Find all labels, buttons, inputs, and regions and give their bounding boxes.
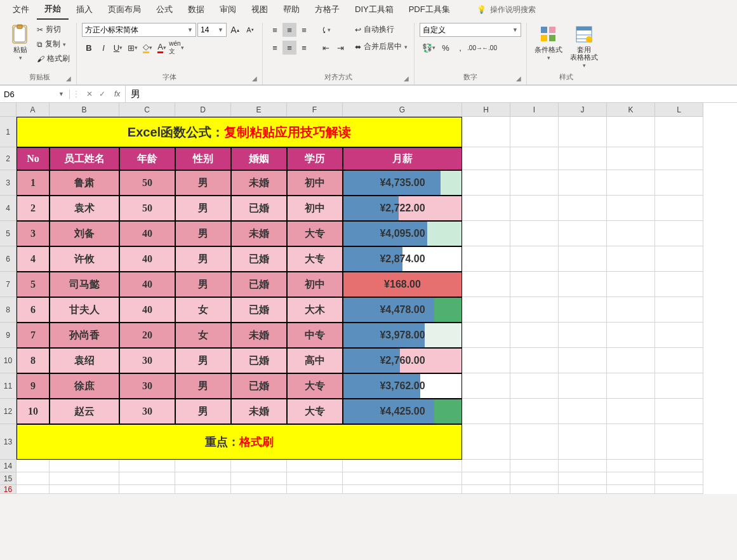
cell[interactable] — [119, 472, 175, 485]
col-header-I[interactable]: I — [510, 103, 559, 117]
table-cell-no[interactable]: 10 — [17, 399, 50, 424]
phonetic-button[interactable]: wén文 — [169, 41, 183, 55]
cell[interactable] — [655, 170, 703, 196]
cell[interactable] — [510, 485, 559, 494]
table-cell-age[interactable]: 40 — [119, 297, 175, 323]
table-cell-sex[interactable]: 男 — [175, 272, 231, 297]
table-cell-name[interactable]: 赵云 — [50, 399, 119, 424]
cell[interactable] — [462, 196, 510, 221]
cell[interactable] — [119, 485, 175, 494]
cell[interactable] — [559, 485, 607, 494]
cell[interactable] — [175, 485, 231, 494]
col-header-F[interactable]: F — [287, 103, 343, 117]
cell[interactable] — [607, 147, 655, 170]
table-header[interactable]: No — [17, 147, 50, 170]
font-launcher[interactable]: ◢ — [252, 75, 257, 82]
chevron-down-icon[interactable]: ▼ — [215, 27, 226, 33]
cell[interactable] — [462, 323, 510, 348]
cell[interactable] — [462, 297, 510, 323]
table-header[interactable]: 员工姓名 — [50, 147, 119, 170]
align-right-button[interactable]: ≡ — [297, 41, 311, 55]
number-launcher[interactable]: ◢ — [516, 75, 521, 82]
tab-home[interactable]: 开始 — [37, 0, 69, 20]
cell[interactable] — [462, 485, 510, 494]
cell[interactable] — [559, 170, 607, 196]
cell[interactable] — [231, 460, 287, 472]
cell[interactable] — [559, 246, 607, 272]
orientation-button[interactable]: ⤹ — [319, 23, 333, 37]
chevron-down-icon[interactable]: ▼ — [510, 27, 521, 33]
tab-help[interactable]: 帮助 — [276, 0, 307, 19]
align-center-button[interactable]: ≡ — [282, 41, 296, 55]
table-cell-edu[interactable]: 大专 — [287, 221, 343, 246]
cell[interactable] — [287, 485, 343, 494]
cell[interactable] — [510, 323, 559, 348]
row-header-14[interactable]: 14 — [0, 460, 17, 472]
cell[interactable] — [287, 460, 343, 472]
footer-cell[interactable]: 重点：格式刷 — [17, 424, 462, 460]
row-header-16[interactable]: 16 — [0, 485, 17, 494]
cell[interactable] — [510, 246, 559, 272]
comma-button[interactable]: , — [453, 41, 467, 55]
cell[interactable] — [510, 297, 559, 323]
table-cell-salary[interactable]: ¥3,762.00 — [343, 373, 462, 399]
alignment-launcher[interactable]: ◢ — [404, 75, 409, 82]
table-cell-age[interactable]: 30 — [119, 399, 175, 424]
cell[interactable] — [462, 472, 510, 485]
cell[interactable] — [175, 472, 231, 485]
cell[interactable] — [510, 472, 559, 485]
cell[interactable] — [607, 460, 655, 472]
font-color-button[interactable]: A — [155, 41, 169, 55]
table-cell-mar[interactable]: 已婚 — [231, 246, 287, 272]
cell[interactable] — [17, 485, 50, 494]
cell[interactable] — [655, 196, 703, 221]
table-cell-name[interactable]: 袁绍 — [50, 348, 119, 373]
cell[interactable] — [119, 460, 175, 472]
decrease-decimal-button[interactable]: ←.00 — [482, 41, 496, 55]
table-cell-name[interactable]: 司马懿 — [50, 272, 119, 297]
table-cell-salary[interactable]: ¥2,722.00 — [343, 196, 462, 221]
tab-data[interactable]: 数据 — [180, 0, 212, 19]
cell[interactable] — [343, 460, 462, 472]
title-cell[interactable]: Excel函数公式：复制粘贴应用技巧解读 — [17, 117, 462, 147]
table-cell-name[interactable]: 许攸 — [50, 246, 119, 272]
cancel-formula-button[interactable]: ✕ — [86, 90, 93, 98]
cell[interactable] — [231, 485, 287, 494]
table-cell-age[interactable]: 30 — [119, 348, 175, 373]
cell[interactable] — [607, 424, 655, 460]
tab-formulas[interactable]: 公式 — [149, 0, 180, 19]
table-cell-age[interactable]: 20 — [119, 323, 175, 348]
table-cell-name[interactable]: 甘夫人 — [50, 297, 119, 323]
cell[interactable] — [607, 221, 655, 246]
cell[interactable] — [559, 147, 607, 170]
tell-me-search[interactable]: 💡 操作说明搜索 — [477, 4, 536, 15]
number-format-combo[interactable]: ▼ — [420, 23, 521, 37]
cell[interactable] — [655, 147, 703, 170]
wrap-text-button[interactable]: ↩自动换行 — [354, 23, 409, 36]
table-cell-no[interactable]: 5 — [17, 272, 50, 297]
table-cell-salary[interactable]: ¥4,095.00 — [343, 221, 462, 246]
name-box[interactable]: ▼ — [0, 90, 70, 99]
chevron-down-icon[interactable]: ▼ — [55, 91, 68, 97]
cell[interactable] — [607, 272, 655, 297]
cell[interactable] — [607, 472, 655, 485]
font-name-input[interactable] — [83, 25, 185, 34]
cell[interactable] — [607, 399, 655, 424]
formula-input[interactable] — [125, 86, 737, 102]
tab-diy[interactable]: DIY工具箱 — [347, 0, 401, 19]
table-cell-sex[interactable]: 男 — [175, 348, 231, 373]
table-cell-mar[interactable]: 已婚 — [231, 196, 287, 221]
table-header[interactable]: 月薪 — [343, 147, 462, 170]
table-header[interactable]: 年龄 — [119, 147, 175, 170]
tab-file[interactable]: 文件 — [5, 0, 37, 19]
tab-page-layout[interactable]: 页面布局 — [100, 0, 149, 19]
table-cell-edu[interactable]: 高中 — [287, 348, 343, 373]
paste-button[interactable]: 粘贴 — [8, 23, 33, 62]
col-header-D[interactable]: D — [175, 103, 231, 117]
font-name-combo[interactable]: ▼ — [82, 23, 196, 37]
col-header-K[interactable]: K — [607, 103, 655, 117]
table-cell-no[interactable]: 7 — [17, 323, 50, 348]
cell[interactable] — [462, 147, 510, 170]
cell[interactable] — [559, 460, 607, 472]
table-cell-age[interactable]: 40 — [119, 221, 175, 246]
